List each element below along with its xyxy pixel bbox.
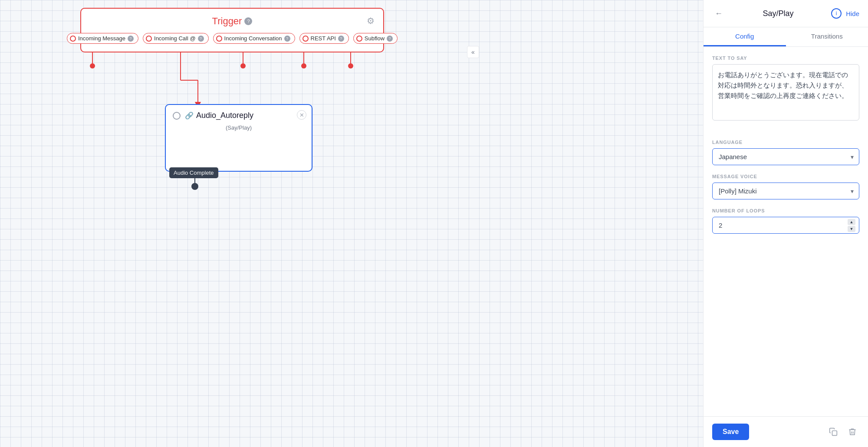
right-panel: ← Say/Play i Hide Config Transitions TEX…: [703, 0, 868, 447]
tab-dot: [216, 36, 222, 42]
tab-help-icon[interactable]: ?: [338, 36, 344, 42]
tab-help-icon[interactable]: ?: [284, 36, 290, 42]
svg-point-1: [90, 63, 95, 69]
trigger-title-text: Trigger: [212, 16, 242, 27]
trigger-header: Trigger ? ⚙: [90, 16, 375, 27]
save-button[interactable]: Save: [712, 424, 749, 440]
text-to-say-group: TEXT TO SAY: [712, 55, 859, 131]
panel-hide-button[interactable]: Hide: [846, 10, 859, 17]
trigger-tab-incoming-conversation[interactable]: Incoming Conversation ?: [213, 33, 295, 44]
trigger-gear-icon[interactable]: ⚙: [367, 16, 375, 26]
panel-footer: Save: [704, 416, 868, 447]
panel-tabs: Config Transitions: [704, 27, 868, 47]
trigger-tab-label: REST API: [311, 35, 336, 42]
trigger-block: Trigger ? ⚙ Incoming Message ? Incoming …: [80, 8, 384, 52]
text-to-say-label: TEXT TO SAY: [712, 55, 859, 61]
connector-lines: [0, 0, 703, 447]
loops-group: NUMBER OF LOOPS ▲ ▼: [712, 208, 859, 234]
loops-spinners: ▲ ▼: [848, 219, 855, 232]
node-body: [166, 136, 312, 171]
canvas-area: Trigger ? ⚙ Incoming Message ? Incoming …: [0, 0, 703, 447]
trigger-tabs: Incoming Message ? Incoming Call @ ? Inc…: [90, 33, 375, 44]
delete-button[interactable]: [845, 425, 859, 439]
trigger-tab-label: Incoming Call @: [154, 35, 196, 42]
trigger-tab-incoming-call[interactable]: Incoming Call @ ?: [143, 33, 209, 44]
trigger-tab-label: Incoming Message: [78, 35, 125, 42]
panel-title: Say/Play: [730, 9, 827, 18]
trigger-tab-rest-api[interactable]: REST API ?: [299, 33, 349, 44]
language-select[interactable]: Japanese English Spanish French German: [713, 149, 859, 165]
panel-back-button[interactable]: ←: [712, 7, 725, 20]
loops-input-wrapper: ▲ ▼: [712, 217, 859, 234]
loops-decrement-button[interactable]: ▼: [848, 226, 855, 232]
message-voice-group: MESSAGE VOICE [Polly] Mizuki [Polly] Tak…: [712, 174, 859, 199]
link-icon: 🔗: [185, 111, 194, 120]
tab-help-icon[interactable]: ?: [387, 36, 393, 42]
trigger-tab-incoming-message[interactable]: Incoming Message ?: [67, 33, 138, 44]
svg-point-12: [348, 63, 353, 69]
loops-increment-button[interactable]: ▲: [848, 219, 855, 225]
connector-dot-bottom: [191, 183, 198, 190]
node-subtitle: (Say/Play): [166, 124, 312, 136]
trigger-title: Trigger ?: [212, 16, 253, 27]
language-label: LANGUAGE: [712, 140, 859, 145]
svg-point-10: [301, 63, 306, 69]
node-title-text: Audio_Autoreply: [196, 111, 253, 120]
text-to-say-input[interactable]: [712, 64, 859, 121]
svg-rect-14: [832, 431, 837, 436]
tooltip-text: Audio Complete: [174, 170, 214, 176]
svg-point-8: [240, 63, 246, 69]
message-voice-select-wrapper: [Polly] Mizuki [Polly] Takumi [Polly] Jo…: [712, 183, 859, 199]
trigger-tab-label: Incoming Conversation: [224, 35, 282, 42]
loops-input[interactable]: [713, 217, 859, 233]
trigger-tab-subflow[interactable]: Subflow ?: [353, 33, 398, 44]
tab-dot: [356, 36, 362, 42]
node-title: 🔗 Audio_Autoreply: [185, 111, 253, 120]
tab-dot: [146, 36, 152, 42]
panel-header: ← Say/Play i Hide: [704, 0, 868, 27]
collapse-icon: «: [471, 49, 475, 55]
tab-dot: [70, 36, 76, 42]
language-select-wrapper: Japanese English Spanish French German ▾: [712, 148, 859, 165]
collapse-panel-button[interactable]: «: [467, 46, 479, 58]
tab-help-icon[interactable]: ?: [198, 36, 204, 42]
loops-label: NUMBER OF LOOPS: [712, 208, 859, 213]
node-status-dot: [173, 112, 181, 120]
message-voice-label: MESSAGE VOICE: [712, 174, 859, 179]
node-block[interactable]: 🔗 Audio_Autoreply ✕ (Say/Play): [165, 104, 312, 172]
copy-button[interactable]: [826, 425, 840, 439]
panel-content: TEXT TO SAY LANGUAGE Japanese English Sp…: [704, 47, 868, 416]
tab-transitions[interactable]: Transitions: [786, 27, 868, 46]
tab-config[interactable]: Config: [704, 27, 786, 46]
tab-help-icon[interactable]: ?: [128, 36, 134, 42]
node-close-button[interactable]: ✕: [297, 110, 306, 120]
message-voice-select[interactable]: [Polly] Mizuki [Polly] Takumi [Polly] Jo…: [713, 183, 859, 199]
language-group: LANGUAGE Japanese English Spanish French…: [712, 140, 859, 165]
panel-info-button[interactable]: i: [831, 8, 842, 19]
node-header: 🔗 Audio_Autoreply ✕: [166, 105, 312, 124]
audio-complete-tooltip: Audio Complete: [169, 167, 218, 178]
tab-dot: [302, 36, 309, 42]
trigger-help-icon[interactable]: ?: [244, 17, 252, 25]
trigger-tab-label: Subflow: [365, 35, 385, 42]
